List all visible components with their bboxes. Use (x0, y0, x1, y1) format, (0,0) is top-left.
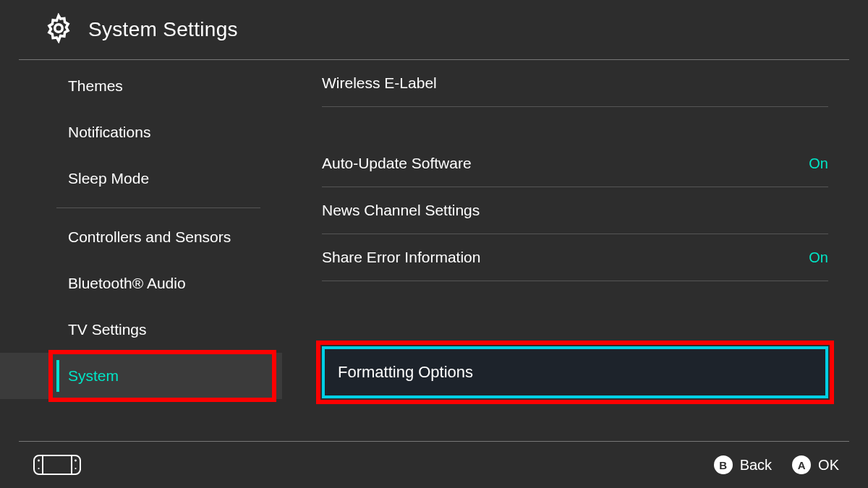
svg-point-3 (38, 460, 40, 462)
sidebar-item-themes[interactable]: Themes (0, 63, 282, 109)
header: System Settings (0, 0, 868, 59)
row-news-channel-settings[interactable]: News Channel Settings (322, 187, 828, 234)
ok-label: OK (818, 457, 839, 474)
ok-button[interactable]: A OK (792, 455, 839, 474)
row-label: Wireless E-Label (322, 74, 437, 92)
sidebar-item-sleep-mode[interactable]: Sleep Mode (0, 155, 282, 202)
gear-icon (43, 13, 74, 46)
content: Themes Notifications Sleep Mode Controll… (0, 60, 868, 441)
svg-rect-1 (34, 455, 80, 474)
row-auto-update-software[interactable]: Auto-Update Software On (322, 140, 828, 187)
section-gap (322, 107, 828, 140)
svg-rect-2 (43, 455, 72, 474)
row-label: Formatting Options (338, 363, 473, 382)
svg-point-6 (75, 468, 76, 469)
console-icon (33, 455, 81, 475)
svg-point-5 (38, 468, 39, 469)
svg-point-4 (75, 460, 77, 462)
row-share-error-information[interactable]: Share Error Information On (322, 234, 828, 281)
sidebar-divider (56, 207, 260, 208)
section-gap (322, 281, 828, 346)
row-label: News Channel Settings (322, 202, 480, 219)
row-label: Share Error Information (322, 249, 480, 266)
back-label: Back (740, 457, 772, 474)
row-value: On (809, 155, 828, 172)
page-title: System Settings (88, 18, 238, 41)
back-button[interactable]: B Back (714, 455, 772, 474)
svg-point-0 (55, 25, 63, 33)
sidebar-item-tv-settings[interactable]: TV Settings (0, 307, 282, 353)
footer: B Back A OK (0, 442, 868, 488)
sidebar-item-controllers-and-sensors[interactable]: Controllers and Sensors (0, 214, 282, 260)
sidebar: Themes Notifications Sleep Mode Controll… (0, 60, 282, 441)
row-wireless-e-label[interactable]: Wireless E-Label (322, 60, 828, 107)
sidebar-item-bluetooth-audio[interactable]: Bluetooth® Audio (0, 260, 282, 307)
row-formatting-options[interactable]: Formatting Options (322, 346, 828, 398)
b-button-icon: B (714, 455, 733, 474)
sidebar-item-notifications[interactable]: Notifications (0, 109, 282, 155)
a-button-icon: A (792, 455, 811, 474)
sidebar-item-system[interactable]: System (0, 353, 282, 399)
main-panel: Wireless E-Label Auto-Update Software On… (282, 60, 868, 441)
row-value: On (809, 249, 828, 266)
row-label: Auto-Update Software (322, 155, 472, 172)
